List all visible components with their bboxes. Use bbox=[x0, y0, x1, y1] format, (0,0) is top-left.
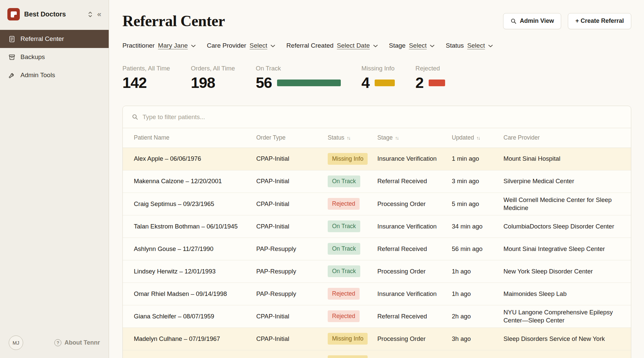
chevron-down-icon bbox=[430, 45, 434, 47]
status-badge: On Track bbox=[328, 243, 360, 255]
status-badge: On Track bbox=[328, 175, 360, 187]
table-row[interactable]: Craig Septimus – 09/23/1965 CPAP-Initial… bbox=[123, 193, 631, 215]
stage: Medical Criteria Review bbox=[377, 350, 452, 358]
stage: Referral Received bbox=[377, 170, 452, 193]
table-row[interactable]: Madelyn Culhane – 07/19/1967 CPAP-Initia… bbox=[123, 327, 631, 350]
search-icon bbox=[511, 18, 517, 24]
updated: 3h ago bbox=[452, 350, 503, 358]
order-type: CPAP-Initial bbox=[256, 193, 328, 215]
table-body: Alex Apple – 06/06/1976 CPAP-Initial Mis… bbox=[123, 148, 631, 358]
wrench-icon bbox=[8, 72, 15, 79]
patients-table: Patient Name Order Type Status↑↓ Stage↑↓… bbox=[123, 128, 631, 358]
document-icon bbox=[8, 36, 15, 43]
care-provider: Silverpine Medical Center bbox=[503, 170, 631, 193]
chevron-down-icon bbox=[191, 45, 196, 47]
table-row[interactable]: Lindsey Herwitz – 12/01/1993 PAP-Resuppl… bbox=[123, 260, 631, 283]
table-row[interactable]: Ashlynn Gouse – 11/27/1990 PAP-Resupply … bbox=[123, 238, 631, 260]
updated: 34 min ago bbox=[452, 215, 503, 238]
order-type: CPAP-Initial bbox=[256, 170, 328, 193]
page-title: Referral Center bbox=[122, 12, 225, 30]
care-provider: Mount Sinai Integrative Sleep Center bbox=[503, 238, 631, 260]
order-type: CPAP-Initial bbox=[256, 148, 328, 170]
patient-name: Emerson Rosser – 09/14/1943 bbox=[123, 350, 256, 358]
workspace-switcher[interactable]: Best Doctors « bbox=[0, 0, 109, 30]
column-header-status[interactable]: Status↑↓ bbox=[328, 128, 377, 148]
stage: Processing Order bbox=[377, 193, 452, 215]
patient-name: Lindsey Herwitz – 12/01/1993 bbox=[123, 260, 256, 283]
user-avatar[interactable]: MJ bbox=[9, 336, 23, 350]
filter-patients-input[interactable] bbox=[143, 113, 622, 121]
column-header-stage[interactable]: Stage↑↓ bbox=[377, 128, 452, 148]
filter-practitioner[interactable]: Practitioner Mary Jane bbox=[122, 42, 196, 49]
filter-status[interactable]: Status Select bbox=[446, 42, 493, 49]
status-badge: Missing Info bbox=[328, 333, 368, 345]
status-badge: On Track bbox=[328, 265, 360, 277]
status-badge: On Track bbox=[328, 220, 360, 232]
filter-stage[interactable]: Stage Select bbox=[389, 42, 434, 49]
stage: Insurance Verification bbox=[377, 148, 452, 170]
workspace-selector-icon[interactable] bbox=[88, 11, 93, 18]
stat-orders-all-time: Orders, All Time 198 bbox=[191, 65, 235, 92]
sidebar-item-referral-center[interactable]: Referral Center bbox=[0, 30, 109, 48]
table-header-row: Patient Name Order Type Status↑↓ Stage↑↓… bbox=[123, 128, 631, 148]
sidebar-item-label: Referral Center bbox=[20, 35, 64, 43]
patient-name: Craig Septimus – 09/23/1965 bbox=[123, 193, 256, 215]
about-tennr-link[interactable]: ? About Tennr bbox=[54, 339, 100, 346]
chevron-down-icon bbox=[271, 45, 275, 47]
admin-view-button[interactable]: Admin View bbox=[503, 13, 561, 29]
chevron-down-icon bbox=[488, 45, 493, 47]
care-provider: Sleep Disorders Service of New York bbox=[503, 327, 631, 350]
care-provider: Westchester Medical Center Health bbox=[503, 350, 631, 358]
order-type: PAP-Resupply bbox=[256, 260, 328, 283]
patient-name: Madelyn Culhane – 07/19/1967 bbox=[123, 327, 256, 350]
table-row[interactable]: Alex Apple – 06/06/1976 CPAP-Initial Mis… bbox=[123, 148, 631, 170]
stage: Processing Order bbox=[377, 327, 452, 350]
table-row[interactable]: Giana Schleifer – 08/07/1959 CPAP-Initia… bbox=[123, 305, 631, 327]
updated: 56 min ago bbox=[452, 238, 503, 260]
stat-missing-info: Missing Info 4 bbox=[362, 65, 395, 92]
care-provider: NYU Langone Comprehensive Epilepsy Cente… bbox=[503, 305, 631, 327]
updated: 5 min ago bbox=[452, 193, 503, 215]
status-badge: Rejected bbox=[328, 198, 360, 210]
patient-name: Makenna Calzone – 12/20/2001 bbox=[123, 170, 256, 193]
table-search bbox=[123, 106, 631, 128]
updated: 1 min ago bbox=[452, 148, 503, 170]
workspace-name: Best Doctors bbox=[24, 10, 83, 18]
missing-info-bar bbox=[375, 80, 395, 86]
care-provider: Maimonides Sleep Lab bbox=[503, 283, 631, 305]
filter-referral-created[interactable]: Referral Created Select Date bbox=[286, 42, 378, 49]
sort-icon[interactable]: ↑↓ bbox=[476, 135, 480, 141]
collapse-sidebar-icon[interactable]: « bbox=[97, 11, 101, 18]
sidebar-item-backups[interactable]: Backups bbox=[0, 48, 109, 66]
updated: 2h ago bbox=[452, 305, 503, 327]
patient-name: Giana Schleifer – 08/07/1959 bbox=[123, 305, 256, 327]
table-row[interactable]: Emerson Rosser – 09/14/1943 PAP-Resupply… bbox=[123, 350, 631, 358]
sidebar-item-admin-tools[interactable]: Admin Tools bbox=[0, 66, 109, 84]
sidebar: Best Doctors « Referral Center Backups A… bbox=[0, 0, 109, 358]
table-row[interactable]: Makenna Calzone – 12/20/2001 CPAP-Initia… bbox=[123, 170, 631, 193]
sidebar-item-label: Backups bbox=[20, 53, 45, 61]
care-provider: Mount Sinai Hospital bbox=[503, 148, 631, 170]
patient-name: Alex Apple – 06/06/1976 bbox=[123, 148, 256, 170]
table-row[interactable]: Omar Rhiel Madsen – 09/14/1998 PAP-Resup… bbox=[123, 283, 631, 305]
care-provider: Weill Cornell Medicine Center for Sleep … bbox=[503, 193, 631, 215]
stat-patients-all-time: Patients, All Time 142 bbox=[122, 65, 170, 92]
sidebar-item-label: Admin Tools bbox=[20, 71, 55, 79]
on-track-bar bbox=[277, 80, 341, 86]
filter-bar: Practitioner Mary Jane Care Provider Sel… bbox=[122, 42, 631, 49]
filter-care-provider[interactable]: Care Provider Select bbox=[207, 42, 275, 49]
order-type: PAP-Resupply bbox=[256, 238, 328, 260]
search-icon bbox=[132, 114, 138, 120]
order-type: PAP-Resupply bbox=[256, 350, 328, 358]
column-header-updated[interactable]: Updated↑↓ bbox=[452, 128, 503, 148]
status-badge: Missing Info bbox=[328, 153, 368, 165]
table-row[interactable]: Talan Ekstrom Bothman – 06/10/1945 CPAP-… bbox=[123, 215, 631, 238]
sort-icon[interactable]: ↑↓ bbox=[347, 135, 350, 141]
sidebar-nav: Referral Center Backups Admin Tools bbox=[0, 30, 109, 84]
help-icon: ? bbox=[54, 339, 61, 346]
stage: Processing Order bbox=[377, 260, 452, 283]
create-referral-button[interactable]: + Create Referral bbox=[568, 13, 631, 29]
sort-icon[interactable]: ↑↓ bbox=[395, 135, 398, 141]
column-header-patient-name: Patient Name bbox=[123, 128, 256, 148]
updated: 1h ago bbox=[452, 260, 503, 283]
